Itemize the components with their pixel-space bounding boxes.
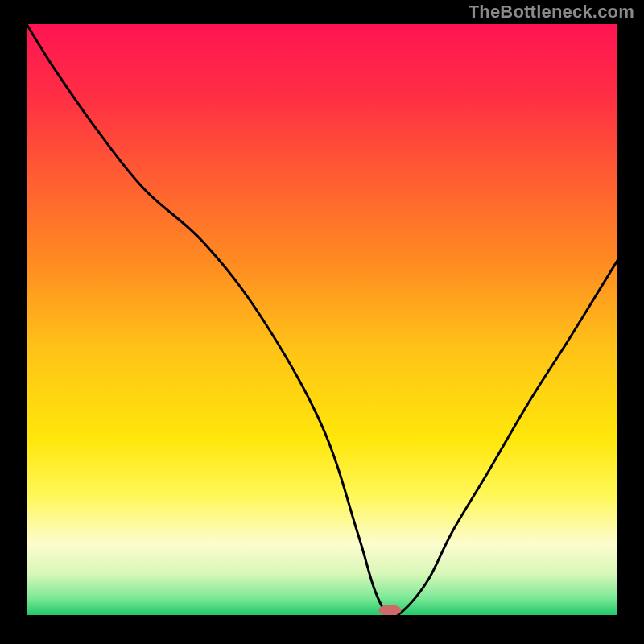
gradient-background <box>27 24 617 615</box>
bottleneck-chart <box>0 0 644 644</box>
watermark-text: TheBottleneck.com <box>469 2 634 23</box>
chart-frame: { "watermark": "TheBottleneck.com", "col… <box>0 0 644 644</box>
optimum-marker <box>378 605 401 616</box>
